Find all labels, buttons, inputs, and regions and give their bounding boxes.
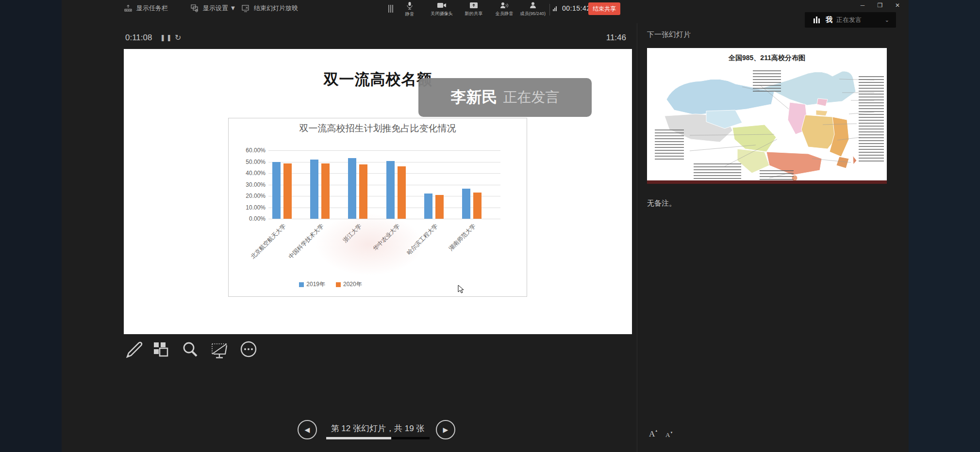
members-label: 成员(95/240) bbox=[520, 11, 546, 17]
taskbar-icon bbox=[124, 4, 133, 13]
decrease-font-glyph: A bbox=[665, 431, 670, 438]
bar-2019年 bbox=[348, 158, 356, 219]
members-button[interactable]: 成员(95/240) bbox=[517, 1, 548, 17]
mute-all-icon bbox=[500, 1, 509, 9]
presenter-window: 显示任务栏 显示设置 ▼ 结束幻灯片放映 静音 关闭摄像头 新的共享 全员静音 … bbox=[0, 0, 980, 452]
slideshow-progress-fill bbox=[326, 437, 391, 439]
microphone-icon bbox=[406, 1, 414, 10]
letterbox-left bbox=[0, 0, 62, 452]
chevron-down-icon[interactable]: ⌄ bbox=[885, 17, 889, 23]
camera-icon bbox=[437, 1, 447, 9]
watermark-smudge bbox=[311, 210, 428, 278]
legend-label: 2019年 bbox=[306, 280, 325, 289]
restart-timer-icon[interactable]: ↻ bbox=[175, 33, 181, 42]
see-all-slides-button[interactable] bbox=[151, 339, 171, 360]
next-arrow-icon: ▶ bbox=[443, 426, 448, 434]
restore-button[interactable]: ❐ bbox=[873, 1, 887, 10]
overlay-speaker-name: 李新民 bbox=[451, 87, 498, 108]
map-label-column-bottom-center bbox=[760, 170, 794, 181]
display-settings-button[interactable]: 显示设置 ▼ bbox=[190, 4, 236, 13]
display-settings-label: 显示设置 ▼ bbox=[203, 4, 236, 13]
y-tick-label: 60.00% bbox=[231, 147, 266, 154]
zoom-slide-button[interactable] bbox=[181, 339, 200, 360]
end-slideshow-button[interactable]: 结束幻灯片放映 bbox=[241, 4, 298, 13]
increase-font-glyph: A bbox=[649, 429, 655, 438]
signal-strength-icon bbox=[553, 6, 557, 11]
meeting-timer: 00:15:42 bbox=[562, 4, 591, 12]
panel-divider bbox=[637, 23, 637, 452]
increase-font-button[interactable]: A▲ bbox=[649, 429, 658, 439]
show-taskbar-label: 显示任务栏 bbox=[136, 4, 168, 13]
meeting-bar-separator bbox=[549, 4, 550, 16]
mouse-cursor bbox=[458, 285, 465, 294]
end-share-button[interactable]: 结束共享 bbox=[588, 2, 620, 15]
gridline bbox=[268, 162, 500, 162]
y-tick-label: 40.00% bbox=[231, 170, 266, 177]
current-clock: 11:46 bbox=[595, 33, 626, 43]
map-label-column-right bbox=[859, 76, 884, 163]
legend-swatch bbox=[299, 282, 304, 287]
new-share-label: 新的共享 bbox=[465, 11, 483, 17]
end-slideshow-icon bbox=[241, 4, 250, 13]
volume-bars-icon bbox=[814, 16, 820, 23]
previous-arrow-icon: ◀ bbox=[305, 426, 310, 434]
overlay-speaker-status: 正在发言 bbox=[503, 88, 560, 107]
y-tick-label: 50.00% bbox=[231, 159, 266, 165]
increase-triangle-icon: ▲ bbox=[655, 429, 658, 432]
legend-item: 2019年 bbox=[299, 280, 325, 289]
pause-timer-icon[interactable]: ❚❚ bbox=[160, 34, 173, 41]
y-tick-label: 0.00% bbox=[231, 215, 266, 222]
new-share-button[interactable]: 新的共享 bbox=[458, 1, 489, 17]
display-settings-icon bbox=[190, 4, 199, 13]
y-tick-label: 30.00% bbox=[231, 181, 266, 188]
camera-button[interactable]: 关闭摄像头 bbox=[426, 1, 457, 17]
members-icon bbox=[529, 1, 537, 9]
speaker-overlay: 李新民 正在发言 bbox=[418, 78, 592, 117]
share-screen-icon bbox=[469, 1, 478, 9]
pen-tool-button[interactable] bbox=[124, 339, 144, 360]
mute-all-button[interactable]: 全员静音 bbox=[489, 1, 520, 17]
map-label-column-left bbox=[655, 129, 684, 161]
slide-position-label: 第 12 张幻灯片，共 19 张 bbox=[324, 423, 431, 434]
more-options-button[interactable] bbox=[239, 339, 258, 360]
y-tick-label: 20.00% bbox=[231, 193, 266, 199]
legend-swatch bbox=[336, 282, 341, 287]
bar-2020年 bbox=[473, 193, 482, 219]
end-slideshow-label: 结束幻灯片放映 bbox=[254, 4, 298, 13]
mute-label: 静音 bbox=[405, 11, 414, 17]
map-label-column-bottom-left bbox=[694, 163, 741, 179]
close-button[interactable]: ✕ bbox=[891, 1, 904, 10]
bar-2020年 bbox=[283, 163, 292, 219]
decrease-font-button[interactable]: A▼ bbox=[665, 431, 673, 439]
bar-2020年 bbox=[435, 195, 444, 219]
camera-label: 关闭摄像头 bbox=[431, 11, 453, 17]
minimize-button[interactable]: ─ bbox=[856, 1, 869, 10]
show-taskbar-button[interactable]: 显示任务栏 bbox=[124, 4, 168, 13]
next-slide-button[interactable]: ▶ bbox=[436, 420, 455, 439]
active-speaker-pill[interactable]: 我 正在发言 ⌄ bbox=[805, 12, 896, 28]
slideshow-progress-bar[interactable] bbox=[326, 437, 430, 439]
speaker-name: 我 bbox=[826, 16, 832, 24]
y-tick-label: 10.00% bbox=[231, 204, 266, 211]
current-slide[interactable]: 双一流高校名额 双一流高校招生计划推免占比变化情况 60.00%50.00%40… bbox=[124, 49, 632, 334]
black-screen-button[interactable] bbox=[210, 339, 229, 360]
mute-button[interactable]: 静音 bbox=[394, 1, 425, 17]
letterbox-right bbox=[909, 0, 980, 452]
legend-label: 2020年 bbox=[343, 280, 362, 289]
chart-plot bbox=[268, 150, 500, 219]
bar-2019年 bbox=[310, 160, 318, 219]
meeting-bar-drag-handle[interactable] bbox=[388, 5, 393, 13]
gridline bbox=[268, 150, 500, 151]
decrease-triangle-icon: ▼ bbox=[670, 431, 673, 434]
bar-2019年 bbox=[462, 189, 470, 219]
chart-legend: 2019年2020年 bbox=[229, 280, 432, 289]
map-label-column-top bbox=[753, 70, 781, 94]
mute-all-label: 全员静音 bbox=[496, 11, 514, 17]
notes-text: 无备注。 bbox=[647, 199, 676, 208]
next-slide-header: 下一张幻灯片 bbox=[647, 30, 691, 39]
bar-2019年 bbox=[272, 162, 281, 219]
chart-title: 双一流高校招生计划推免占比变化情况 bbox=[229, 122, 527, 135]
legend-item: 2020年 bbox=[336, 280, 362, 289]
next-slide-thumbnail[interactable]: 全国985、211高校分布图 bbox=[647, 48, 887, 184]
previous-slide-button[interactable]: ◀ bbox=[298, 420, 317, 439]
